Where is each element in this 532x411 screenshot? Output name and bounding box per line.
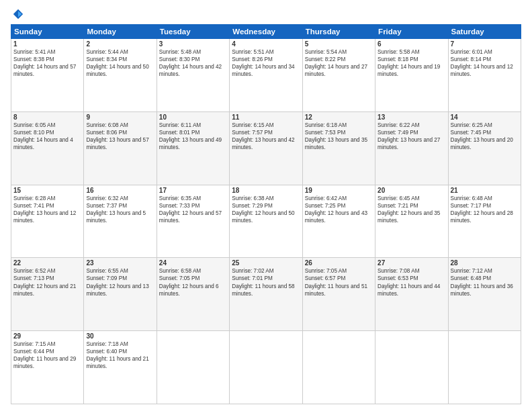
- day-cell: 12Sunrise: 6:18 AMSunset: 7:53 PMDayligh…: [302, 111, 375, 185]
- day-number: 30: [86, 332, 154, 340]
- day-info: Sunrise: 7:02 AMSunset: 7:01 PMDaylight:…: [232, 267, 300, 297]
- day-number: 22: [13, 259, 81, 267]
- day-header-tuesday: Tuesday: [157, 25, 229, 39]
- day-number: 2: [86, 40, 154, 48]
- logo: [11, 8, 24, 20]
- day-number: 1: [13, 40, 81, 48]
- day-cell: 17Sunrise: 6:35 AMSunset: 7:33 PMDayligh…: [157, 185, 229, 258]
- day-number: 21: [451, 187, 519, 194]
- day-cell: 24Sunrise: 6:58 AMSunset: 7:05 PMDayligh…: [157, 258, 229, 331]
- day-number: 3: [159, 40, 227, 48]
- day-number: 20: [378, 187, 445, 194]
- day-info: Sunrise: 6:22 AMSunset: 7:49 PMDaylight:…: [378, 122, 445, 151]
- day-number: 24: [159, 259, 227, 267]
- day-info: Sunrise: 6:42 AMSunset: 7:25 PMDaylight:…: [305, 195, 373, 224]
- logo-icon: [12, 8, 24, 20]
- day-cell: 6Sunrise: 5:58 AMSunset: 8:18 PMDaylight…: [375, 39, 448, 112]
- day-number: 23: [86, 259, 154, 267]
- day-cell: [448, 331, 521, 404]
- day-cell: 7Sunrise: 6:01 AMSunset: 8:14 PMDaylight…: [448, 39, 521, 112]
- day-cell: 13Sunrise: 6:22 AMSunset: 7:49 PMDayligh…: [375, 111, 448, 185]
- day-info: Sunrise: 6:35 AMSunset: 7:33 PMDaylight:…: [159, 195, 227, 224]
- day-info: Sunrise: 6:52 AMSunset: 7:13 PMDaylight:…: [13, 267, 81, 297]
- day-number: 18: [232, 187, 300, 194]
- day-cell: [375, 331, 448, 404]
- week-row-3: 15Sunrise: 6:28 AMSunset: 7:41 PMDayligh…: [11, 185, 521, 258]
- day-number: 29: [13, 332, 81, 340]
- day-number: 15: [13, 187, 81, 194]
- week-row-2: 8Sunrise: 6:05 AMSunset: 8:10 PMDaylight…: [11, 111, 521, 185]
- day-info: Sunrise: 6:55 AMSunset: 7:09 PMDaylight:…: [86, 267, 154, 297]
- week-row-4: 22Sunrise: 6:52 AMSunset: 7:13 PMDayligh…: [11, 258, 521, 331]
- day-number: 9: [86, 113, 154, 121]
- day-cell: 15Sunrise: 6:28 AMSunset: 7:41 PMDayligh…: [11, 185, 84, 258]
- day-number: 12: [305, 113, 373, 121]
- day-number: 25: [232, 259, 300, 267]
- day-info: Sunrise: 6:32 AMSunset: 7:37 PMDaylight:…: [86, 195, 154, 224]
- page: SundayMondayTuesdayWednesdayThursdayFrid…: [0, 0, 532, 411]
- day-info: Sunrise: 6:45 AMSunset: 7:21 PMDaylight:…: [378, 195, 445, 224]
- day-info: Sunrise: 6:18 AMSunset: 7:53 PMDaylight:…: [305, 122, 373, 151]
- day-header-saturday: Saturday: [448, 25, 521, 39]
- day-cell: 9Sunrise: 6:08 AMSunset: 8:06 PMDaylight…: [84, 111, 157, 185]
- day-cell: 8Sunrise: 6:05 AMSunset: 8:10 PMDaylight…: [11, 111, 84, 185]
- day-info: Sunrise: 6:15 AMSunset: 7:57 PMDaylight:…: [232, 122, 300, 151]
- day-header-sunday: Sunday: [11, 25, 84, 39]
- day-number: 11: [232, 113, 300, 121]
- day-cell: [230, 331, 302, 404]
- day-info: Sunrise: 6:08 AMSunset: 8:06 PMDaylight:…: [86, 122, 154, 151]
- day-cell: 19Sunrise: 6:42 AMSunset: 7:25 PMDayligh…: [302, 185, 375, 258]
- day-header-wednesday: Wednesday: [230, 25, 302, 39]
- week-row-1: 1Sunrise: 5:41 AMSunset: 8:38 PMDaylight…: [11, 39, 521, 112]
- day-info: Sunrise: 5:48 AMSunset: 8:30 PMDaylight:…: [159, 48, 227, 78]
- day-header-thursday: Thursday: [302, 25, 375, 39]
- day-cell: 25Sunrise: 7:02 AMSunset: 7:01 PMDayligh…: [230, 258, 302, 331]
- day-info: Sunrise: 6:58 AMSunset: 7:05 PMDaylight:…: [159, 267, 227, 297]
- day-info: Sunrise: 6:01 AMSunset: 8:14 PMDaylight:…: [451, 48, 519, 78]
- day-info: Sunrise: 5:58 AMSunset: 8:18 PMDaylight:…: [378, 48, 445, 78]
- day-number: 4: [232, 40, 300, 48]
- day-cell: 14Sunrise: 6:25 AMSunset: 7:45 PMDayligh…: [448, 111, 521, 185]
- week-row-5: 29Sunrise: 7:15 AMSunset: 6:44 PMDayligh…: [11, 331, 521, 404]
- day-info: Sunrise: 5:54 AMSunset: 8:22 PMDaylight:…: [305, 48, 373, 78]
- day-info: Sunrise: 7:08 AMSunset: 6:53 PMDaylight:…: [378, 267, 445, 297]
- day-number: 16: [86, 187, 154, 194]
- header: [11, 8, 521, 20]
- day-cell: 22Sunrise: 6:52 AMSunset: 7:13 PMDayligh…: [11, 258, 84, 331]
- day-info: Sunrise: 6:25 AMSunset: 7:45 PMDaylight:…: [451, 122, 519, 151]
- day-number: 6: [378, 40, 445, 48]
- day-cell: 30Sunrise: 7:18 AMSunset: 6:40 PMDayligh…: [84, 331, 157, 404]
- day-number: 10: [159, 113, 227, 121]
- day-number: 14: [451, 113, 519, 121]
- day-header-monday: Monday: [84, 25, 157, 39]
- day-cell: 1Sunrise: 5:41 AMSunset: 8:38 PMDaylight…: [11, 39, 84, 112]
- calendar-table: SundayMondayTuesdayWednesdayThursdayFrid…: [11, 24, 521, 404]
- day-info: Sunrise: 6:11 AMSunset: 8:01 PMDaylight:…: [159, 122, 227, 151]
- day-cell: 26Sunrise: 7:05 AMSunset: 6:57 PMDayligh…: [302, 258, 375, 331]
- day-cell: 16Sunrise: 6:32 AMSunset: 7:37 PMDayligh…: [84, 185, 157, 258]
- day-cell: 23Sunrise: 6:55 AMSunset: 7:09 PMDayligh…: [84, 258, 157, 331]
- day-cell: 10Sunrise: 6:11 AMSunset: 8:01 PMDayligh…: [157, 111, 229, 185]
- day-number: 8: [13, 113, 81, 121]
- day-number: 7: [451, 40, 519, 48]
- day-cell: 28Sunrise: 7:12 AMSunset: 6:48 PMDayligh…: [448, 258, 521, 331]
- day-cell: [302, 331, 375, 404]
- day-cell: 29Sunrise: 7:15 AMSunset: 6:44 PMDayligh…: [11, 331, 84, 404]
- day-cell: 2Sunrise: 5:44 AMSunset: 8:34 PMDaylight…: [84, 39, 157, 112]
- day-info: Sunrise: 6:38 AMSunset: 7:29 PMDaylight:…: [232, 195, 300, 224]
- calendar-header-row: SundayMondayTuesdayWednesdayThursdayFrid…: [11, 25, 521, 39]
- day-number: 13: [378, 113, 445, 121]
- day-info: Sunrise: 6:48 AMSunset: 7:17 PMDaylight:…: [451, 195, 519, 224]
- day-number: 27: [378, 259, 445, 267]
- day-number: 19: [305, 187, 373, 194]
- day-info: Sunrise: 7:18 AMSunset: 6:40 PMDaylight:…: [86, 340, 154, 370]
- day-cell: 4Sunrise: 5:51 AMSunset: 8:26 PMDaylight…: [230, 39, 302, 112]
- day-info: Sunrise: 5:44 AMSunset: 8:34 PMDaylight:…: [86, 48, 154, 78]
- day-cell: [157, 331, 229, 404]
- day-info: Sunrise: 7:12 AMSunset: 6:48 PMDaylight:…: [451, 267, 519, 297]
- day-number: 26: [305, 259, 373, 267]
- day-cell: 21Sunrise: 6:48 AMSunset: 7:17 PMDayligh…: [448, 185, 521, 258]
- day-info: Sunrise: 7:05 AMSunset: 6:57 PMDaylight:…: [305, 267, 373, 297]
- day-number: 5: [305, 40, 373, 48]
- day-info: Sunrise: 5:41 AMSunset: 8:38 PMDaylight:…: [13, 48, 81, 78]
